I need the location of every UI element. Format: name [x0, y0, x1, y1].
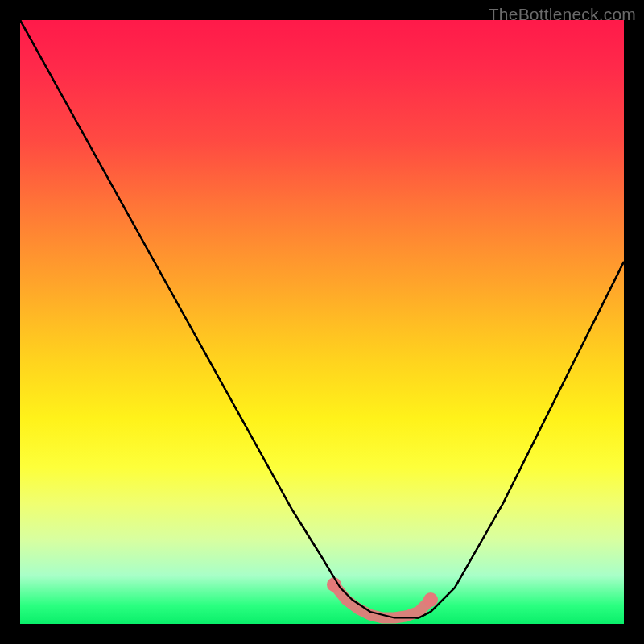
chart-container: TheBottleneck.com	[0, 0, 644, 644]
bottleneck-curve	[20, 20, 624, 618]
highlight-band	[334, 584, 431, 617]
curve-svg	[20, 20, 624, 624]
bottleneck-curve-overlay	[20, 20, 624, 618]
plot-area	[20, 20, 624, 624]
highlight-endpoint	[423, 592, 438, 607]
